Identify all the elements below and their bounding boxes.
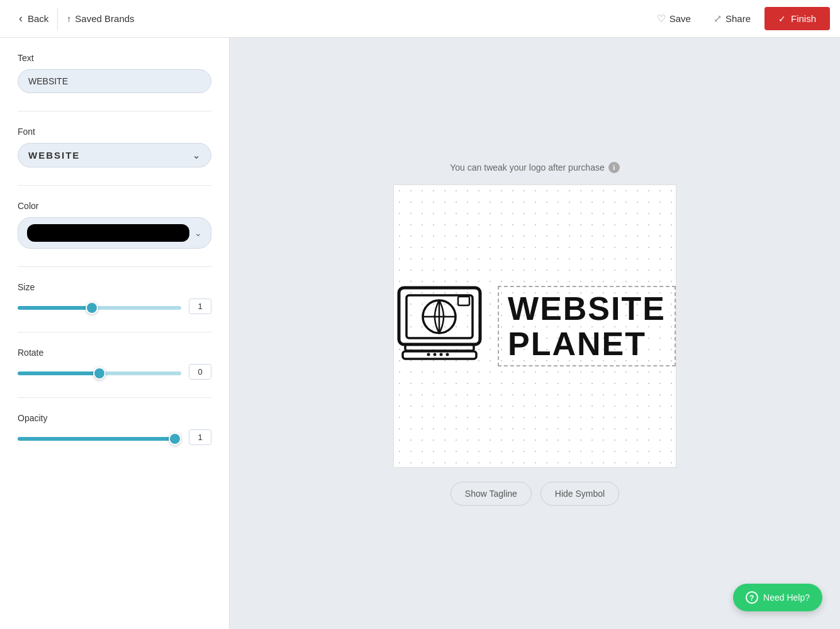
rotate-label: Rotate bbox=[18, 348, 211, 358]
canvas-area: You can tweak your logo after purchase i bbox=[230, 38, 840, 629]
divider-1 bbox=[18, 111, 211, 111]
tweak-notice: You can tweak your logo after purchase i bbox=[450, 162, 619, 173]
help-label: Need Help? bbox=[763, 592, 810, 603]
svg-point-9 bbox=[446, 353, 449, 356]
finish-button[interactable]: Finish bbox=[764, 7, 830, 30]
font-value: WEBSITE bbox=[28, 150, 80, 161]
topnav-right: Save Share Finish bbox=[648, 7, 830, 30]
main-layout: Text Font WEBSITE ⌄ Color ⌄ Size bbox=[0, 38, 840, 629]
size-slider-wrapper bbox=[18, 301, 181, 312]
topnav: Back Saved Brands Save Share Finish bbox=[0, 0, 840, 38]
font-select[interactable]: WEBSITE ⌄ bbox=[18, 143, 211, 167]
divider-5 bbox=[18, 397, 211, 398]
color-section: Color ⌄ bbox=[18, 201, 211, 249]
save-label: Save bbox=[669, 13, 691, 24]
text-input[interactable] bbox=[18, 69, 211, 93]
opacity-slider[interactable] bbox=[18, 437, 181, 441]
divider-4 bbox=[18, 332, 211, 332]
share-icon bbox=[714, 13, 722, 25]
info-icon[interactable]: i bbox=[608, 162, 620, 173]
text-section: Text bbox=[18, 53, 211, 93]
font-chevron-icon: ⌄ bbox=[193, 150, 201, 161]
rotate-section: Rotate bbox=[18, 348, 211, 380]
check-icon bbox=[778, 13, 787, 24]
font-section: Font WEBSITE ⌄ bbox=[18, 127, 211, 167]
text-label: Text bbox=[18, 53, 211, 63]
logo-text-line1: WEBSITE bbox=[508, 292, 666, 325]
logo-text-block: WEBSITE PLANET bbox=[498, 286, 676, 366]
opacity-value[interactable] bbox=[189, 429, 211, 445]
help-button[interactable]: ? Need Help? bbox=[733, 584, 822, 611]
opacity-section: Opacity bbox=[18, 413, 211, 445]
svg-point-7 bbox=[434, 353, 437, 356]
logo-canvas[interactable]: WEBSITE PLANET bbox=[393, 184, 676, 468]
svg-text:?: ? bbox=[749, 594, 754, 603]
divider-2 bbox=[18, 185, 211, 186]
saved-brands-button[interactable]: Saved Brands bbox=[58, 8, 143, 29]
svg-rect-10 bbox=[403, 351, 476, 359]
size-section: Size bbox=[18, 282, 211, 314]
help-chat-icon: ? bbox=[746, 591, 758, 604]
share-label: Share bbox=[725, 13, 751, 24]
color-select[interactable]: ⌄ bbox=[18, 217, 211, 249]
finish-label: Finish bbox=[791, 13, 816, 24]
size-slider[interactable] bbox=[18, 306, 181, 310]
rotate-value[interactable] bbox=[189, 364, 211, 380]
saved-brands-label: Saved Brands bbox=[75, 13, 134, 24]
svg-point-8 bbox=[440, 353, 443, 356]
opacity-label: Opacity bbox=[18, 413, 211, 423]
svg-rect-11 bbox=[458, 297, 469, 305]
tweak-notice-text: You can tweak your logo after purchase bbox=[450, 162, 604, 173]
rotate-slider-wrapper bbox=[18, 366, 181, 378]
divider-3 bbox=[18, 266, 211, 267]
share-button[interactable]: Share bbox=[705, 8, 759, 30]
back-label: Back bbox=[28, 13, 48, 24]
rotate-slider[interactable] bbox=[18, 371, 181, 375]
svg-rect-5 bbox=[405, 344, 474, 351]
size-label: Size bbox=[18, 282, 211, 292]
upload-icon bbox=[67, 13, 71, 24]
logo-text-line2: PLANET bbox=[508, 327, 666, 360]
logo-symbol bbox=[394, 279, 485, 373]
sidebar: Text Font WEBSITE ⌄ Color ⌄ Size bbox=[0, 38, 230, 629]
show-tagline-button[interactable]: Show Tagline bbox=[451, 482, 532, 506]
color-chevron-icon: ⌄ bbox=[194, 228, 202, 238]
opacity-slider-wrapper bbox=[18, 432, 181, 443]
hide-symbol-button[interactable]: Hide Symbol bbox=[540, 482, 619, 506]
topnav-left: Back Saved Brands bbox=[10, 7, 143, 30]
logo-inner: WEBSITE PLANET bbox=[394, 279, 676, 373]
color-label: Color bbox=[18, 201, 211, 211]
svg-point-6 bbox=[427, 353, 430, 356]
save-button[interactable]: Save bbox=[648, 8, 700, 30]
back-chevron-icon bbox=[19, 12, 24, 25]
back-button[interactable]: Back bbox=[10, 7, 57, 30]
rotate-slider-row bbox=[18, 364, 211, 380]
heart-icon bbox=[657, 13, 666, 25]
color-swatch bbox=[27, 224, 189, 242]
font-label: Font bbox=[18, 127, 211, 137]
canvas-bottom-buttons: Show Tagline Hide Symbol bbox=[451, 482, 619, 506]
size-slider-row bbox=[18, 298, 211, 314]
size-value[interactable] bbox=[189, 298, 211, 314]
opacity-slider-row bbox=[18, 429, 211, 445]
